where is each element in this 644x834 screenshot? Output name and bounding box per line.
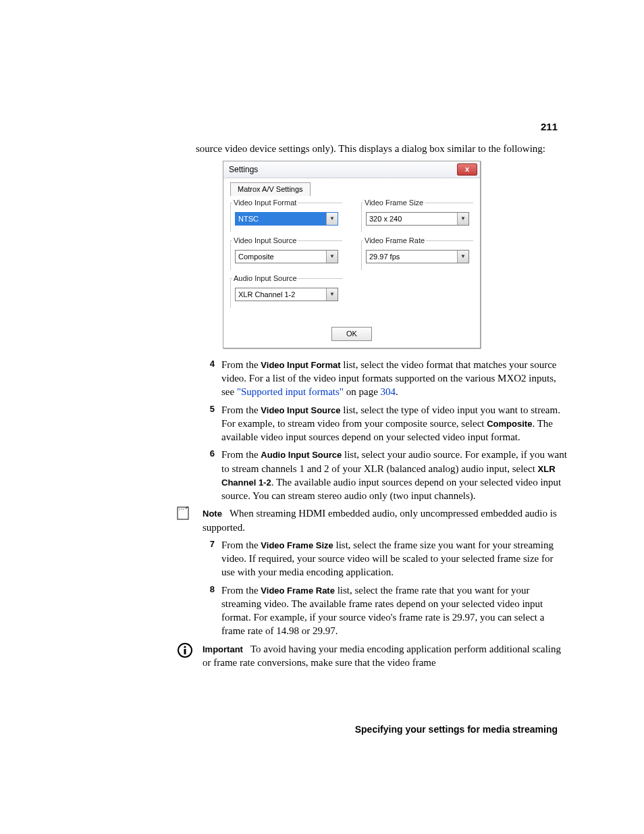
- close-icon[interactable]: x: [457, 163, 477, 176]
- svg-point-3: [183, 509, 184, 510]
- chevron-down-icon: ▼: [457, 213, 468, 225]
- chevron-down-icon: ▼: [326, 213, 338, 225]
- settings-dialog: Settings x Matrox A/V Settings Video Inp…: [223, 161, 481, 348]
- important-label: Important: [203, 644, 243, 654]
- intro-paragraph: source video device settings only). This…: [196, 142, 567, 155]
- step-4: 4 From the Video Input Format list, sele…: [196, 358, 567, 399]
- step-number: 7: [196, 538, 221, 579]
- step-6: 6 From the Audio Input Source list, sele…: [196, 448, 567, 502]
- audio-input-source-select[interactable]: XLR Channel 1-2 ▼: [235, 288, 338, 301]
- chevron-down-icon: ▼: [326, 251, 338, 263]
- video-frame-size-value: 320 x 240: [369, 214, 402, 224]
- step-8: 8 From the Video Frame Rate list, select…: [196, 583, 567, 638]
- dialog-title-text: Settings: [229, 164, 258, 175]
- chevron-down-icon: ▼: [457, 251, 468, 263]
- important-icon: [177, 642, 203, 670]
- note-icon: [177, 506, 203, 534]
- page-link-304[interactable]: 304: [381, 386, 396, 397]
- step-number: 4: [196, 358, 221, 399]
- video-frame-rate-select[interactable]: 29.97 fps ▼: [366, 250, 469, 263]
- step-body: From the Video Frame Size list, select t…: [221, 538, 567, 579]
- note-label: Note: [203, 509, 222, 519]
- legend-video-input-format: Video Input Format: [232, 198, 298, 208]
- note-block: Note When streaming HDMI embedded audio,…: [196, 506, 567, 534]
- step-number: 5: [196, 403, 221, 444]
- step-body: From the Video Input Source list, select…: [221, 403, 567, 444]
- legend-video-frame-size: Video Frame Size: [363, 198, 425, 208]
- tab-matrox-av-settings[interactable]: Matrox A/V Settings: [230, 182, 311, 196]
- ok-button[interactable]: OK: [331, 327, 372, 341]
- important-text: To avoid having your media encoding appl…: [203, 644, 561, 668]
- svg-point-2: [181, 509, 182, 510]
- video-input-format-select[interactable]: NTSC ▼: [235, 212, 338, 226]
- important-block: Important To avoid having your media enc…: [196, 642, 567, 670]
- step-body: From the Audio Input Source list, select…: [221, 448, 567, 502]
- step-body: From the Video Input Format list, select…: [221, 358, 567, 399]
- legend-video-frame-rate: Video Frame Rate: [363, 236, 426, 246]
- video-input-format-value: NTSC: [238, 214, 259, 224]
- audio-input-source-value: XLR Channel 1-2: [238, 290, 295, 300]
- svg-rect-6: [184, 649, 186, 654]
- note-text: When streaming HDMI embedded audio, only…: [203, 508, 557, 532]
- page-number: 211: [541, 120, 558, 134]
- footer-section-title: Specifying your settings for media strea…: [297, 723, 558, 736]
- step-body: From the Video Frame Rate list, select t…: [221, 583, 567, 638]
- step-number: 6: [196, 448, 221, 502]
- step-5: 5 From the Video Input Source list, sele…: [196, 403, 567, 444]
- video-input-source-select[interactable]: Composite ▼: [235, 250, 338, 263]
- supported-input-formats-link[interactable]: "Supported input formats": [237, 386, 344, 397]
- dialog-titlebar: Settings x: [223, 161, 480, 178]
- legend-audio-input-source: Audio Input Source: [232, 273, 298, 284]
- svg-point-1: [179, 509, 180, 510]
- svg-point-5: [184, 646, 186, 648]
- step-7: 7 From the Video Frame Size list, select…: [196, 538, 567, 579]
- video-frame-rate-value: 29.97 fps: [369, 252, 400, 262]
- legend-video-input-source: Video Input Source: [232, 236, 298, 246]
- video-input-source-value: Composite: [238, 252, 274, 262]
- chevron-down-icon: ▼: [326, 288, 338, 301]
- video-frame-size-select[interactable]: 320 x 240 ▼: [366, 212, 469, 226]
- step-number: 8: [196, 583, 221, 638]
